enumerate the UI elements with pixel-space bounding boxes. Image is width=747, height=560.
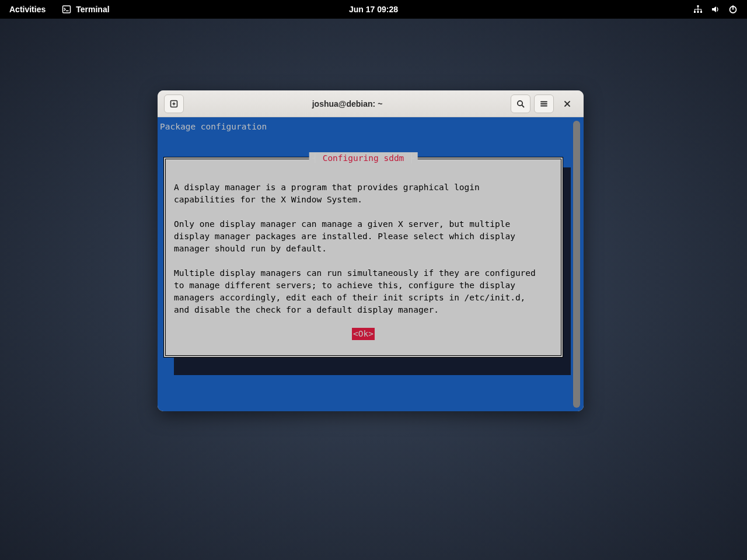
power-icon [728, 5, 738, 14]
svg-rect-0 [63, 6, 71, 13]
svg-rect-4 [697, 11, 699, 13]
dialog-paragraph-2: Only one display manager can manage a gi… [174, 218, 553, 255]
app-menu[interactable]: Terminal [62, 5, 109, 14]
activities-button[interactable]: Activities [9, 5, 46, 14]
svg-rect-3 [694, 11, 696, 13]
hamburger-menu-button[interactable] [534, 94, 554, 113]
window-title: joshua@debian: ~ [186, 99, 509, 108]
dialog-paragraph-1: A display manager is a program that prov… [174, 181, 553, 206]
terminal-content[interactable]: Package configuration ┤ Configuring sddm… [158, 117, 584, 411]
system-status-area[interactable] [693, 5, 738, 14]
dialog-paragraph-3: Multiple display managers can run simult… [174, 267, 553, 316]
clock[interactable]: Jun 17 09:28 [349, 5, 398, 14]
volume-icon [711, 5, 720, 14]
terminal-window: joshua@debian: ~ Package configuration [158, 90, 584, 411]
debconf-header: Package configuration [159, 121, 572, 133]
svg-rect-5 [700, 11, 702, 13]
window-titlebar: joshua@debian: ~ [158, 90, 584, 117]
scrollbar[interactable] [573, 121, 580, 408]
dialog-title: Configuring sddm [317, 152, 409, 164]
search-button[interactable] [511, 94, 530, 113]
gnome-top-bar: Activities Terminal Jun 17 09:28 [0, 0, 747, 19]
terminal-icon [62, 5, 71, 14]
svg-line-12 [522, 105, 523, 107]
network-icon [693, 5, 703, 14]
debconf-dialog: ┤ Configuring sddm ├ A display manager i… [163, 157, 563, 358]
new-tab-button[interactable] [164, 94, 184, 113]
app-menu-label: Terminal [76, 5, 109, 14]
close-button[interactable] [557, 94, 577, 113]
svg-rect-2 [697, 5, 699, 7]
ok-button[interactable]: <Ok> [352, 328, 375, 340]
